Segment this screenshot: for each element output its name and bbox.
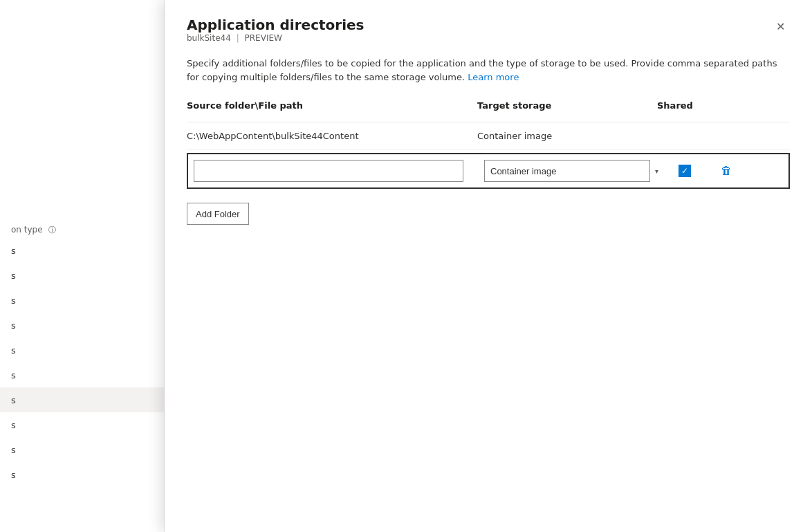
sidebar-item-1[interactable]: s xyxy=(0,263,164,288)
static-target: Container image xyxy=(477,131,657,141)
sidebar-item-label-3: s xyxy=(11,320,16,331)
dialog-header: Application directories bulkSite44 | PRE… xyxy=(187,17,790,54)
shared-checkbox-cell xyxy=(664,165,705,177)
sidebar-item-label-8: s xyxy=(11,445,16,455)
close-icon: ✕ xyxy=(776,20,785,33)
header-target: Target storage xyxy=(477,100,657,116)
sidebar-item-label-9: s xyxy=(11,470,16,480)
sidebar-item-8[interactable]: s xyxy=(0,437,164,462)
sidebar-type-label: on type xyxy=(11,225,43,235)
sidebar-item-label-4: s xyxy=(11,345,16,356)
header-source: Source folder\File path xyxy=(187,100,477,116)
subtitle-tag: PREVIEW xyxy=(245,33,282,43)
sidebar-item-label-7: s xyxy=(11,420,16,430)
sidebar-item-label-2: s xyxy=(11,295,16,306)
sidebar-item-3[interactable]: s xyxy=(0,313,164,338)
dialog-subtitle: bulkSite44 | PREVIEW xyxy=(187,33,364,43)
target-storage-select[interactable]: Container image Azure Files Azure Blob xyxy=(484,160,650,182)
sidebar-section-type: on type ⓘ xyxy=(0,221,164,238)
shared-checkbox[interactable] xyxy=(679,165,691,177)
dialog-panel: Application directories bulkSite44 | PRE… xyxy=(165,0,812,532)
sidebar-item-label-0: s xyxy=(11,246,16,256)
sidebar-item-label-5: s xyxy=(11,370,16,380)
dialog-title: Application directories xyxy=(187,17,364,33)
add-folder-button[interactable]: Add Folder xyxy=(187,203,249,225)
sidebar-item-2[interactable]: s xyxy=(0,288,164,313)
sidebar-item-label-6: s xyxy=(11,395,16,405)
edit-source-cell xyxy=(194,160,484,182)
sidebar-item-7[interactable]: s xyxy=(0,412,164,437)
trash-icon: 🗑 xyxy=(721,165,732,177)
header-shared: Shared xyxy=(657,100,740,116)
close-button[interactable]: ✕ xyxy=(771,17,790,36)
sidebar-item-label-1: s xyxy=(11,270,16,281)
table-row-static: C:\WebAppContent\bulkSite44Content Conta… xyxy=(187,122,790,150)
sidebar-items: on type ⓘ s s s s s s s s s s xyxy=(0,0,164,487)
sidebar: on type ⓘ s s s s s s s s s s xyxy=(0,0,165,532)
subtitle-separator: | xyxy=(237,33,239,43)
sidebar-item-9[interactable]: s xyxy=(0,462,164,487)
table-container: Source folder\File path Target storage S… xyxy=(187,100,790,225)
delete-row-button[interactable]: 🗑 xyxy=(718,162,735,180)
source-path-input[interactable] xyxy=(194,160,463,182)
table-row-edit: Container image Azure Files Azure Blob ▾… xyxy=(187,153,790,189)
subtitle-site: bulkSite44 xyxy=(187,33,231,43)
table-header: Source folder\File path Target storage S… xyxy=(187,100,790,122)
delete-cell: 🗑 xyxy=(705,162,747,180)
dialog-description: Specify additional folders/files to be c… xyxy=(187,57,790,84)
chevron-down-icon: ▾ xyxy=(655,167,658,175)
static-source: C:\WebAppContent\bulkSite44Content xyxy=(187,131,477,141)
sidebar-item-4[interactable]: s xyxy=(0,338,164,363)
info-icon: ⓘ xyxy=(48,226,56,235)
sidebar-item-0[interactable]: s xyxy=(0,238,164,263)
dialog-title-group: Application directories bulkSite44 | PRE… xyxy=(187,17,364,54)
sidebar-item-6[interactable]: s xyxy=(0,387,164,412)
sidebar-item-5[interactable]: s xyxy=(0,363,164,387)
learn-more-link[interactable]: Learn more xyxy=(468,72,519,82)
target-storage-cell: Container image Azure Files Azure Blob ▾ xyxy=(484,160,664,182)
